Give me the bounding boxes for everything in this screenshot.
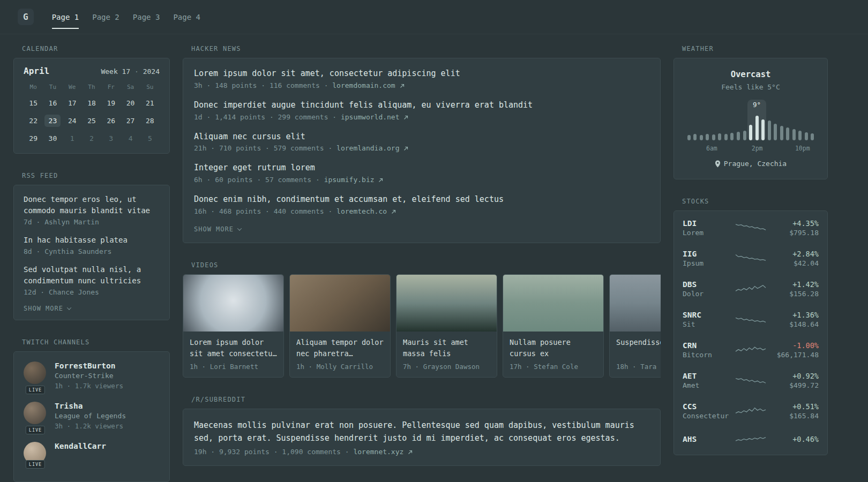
calendar-day: 1 — [63, 132, 82, 145]
rss-item: In hac habitasse platea8d · Cynthia Saun… — [24, 235, 160, 255]
hn-item-stats: 3h · 148 points · 116 comments · — [194, 81, 332, 89]
stock-price: $156.28 — [770, 290, 819, 298]
twitch-channel-category[interactable]: Counter-Strike — [55, 372, 123, 380]
weather-section-label: WEATHER — [682, 45, 828, 52]
video-title[interactable]: Nullam posuere cursus ex — [510, 337, 597, 359]
video-title[interactable]: Suspendisse sed diam — [616, 337, 661, 359]
stock-row[interactable]: LDILorem+4.35%$795.18 — [674, 213, 827, 243]
calendar-day: 24 — [63, 115, 82, 127]
weather-location-text: Prague, Czechia — [724, 160, 787, 168]
weather-bar — [712, 134, 715, 140]
video-thumbnail — [396, 275, 497, 332]
stock-name: Consectetur — [683, 412, 731, 420]
twitch-channel-meta: 3h · 1.2k viewers — [55, 422, 126, 430]
calendar-day-header: We — [63, 84, 82, 92]
rss-item-title[interactable]: Donec tempor eros leo, ut commodo mauris… — [24, 194, 160, 216]
hn-item-source-link[interactable]: ipsumify.biz — [324, 176, 384, 184]
tab-page-1[interactable]: Page 1 — [52, 0, 79, 34]
video-title[interactable]: Lorem ipsum dolor sit amet consectetu… — [190, 337, 277, 359]
twitch-channel-row[interactable]: LIVEKendallCarr — [24, 442, 160, 464]
app-logo[interactable]: G — [18, 9, 34, 25]
twitch-avatar-wrap: LIVE — [24, 402, 47, 430]
calendar-day: 21 — [140, 97, 160, 109]
twitch-channel-name[interactable]: Trisha — [55, 402, 126, 410]
rss-item: Sed volutpat nulla nisl, a condimentum n… — [24, 264, 160, 296]
calendar-day: 16 — [43, 97, 62, 109]
twitch-channel-name[interactable]: KendallCarr — [55, 442, 106, 450]
stock-row[interactable]: DBSDolor+1.42%$156.28 — [674, 274, 827, 304]
calendar-day-header: Fr — [101, 84, 121, 92]
hacker-news-show-more-button[interactable]: SHOW MORE — [194, 225, 241, 233]
rss-item-meta: 12d · Chance Jones — [24, 288, 160, 296]
stock-sparkline — [735, 221, 766, 235]
stock-name: Bitcorn — [683, 351, 731, 359]
sparkline-chart — [735, 251, 766, 265]
hn-item: Aliquam nec cursus elit21h · 710 points … — [194, 131, 649, 153]
hn-item-title[interactable]: Aliquam nec cursus elit — [194, 131, 649, 143]
calendar-day: 28 — [140, 115, 160, 127]
stock-row[interactable]: CRNBitcorn-1.00%$66,171.48 — [674, 335, 827, 365]
twitch-channel-row[interactable]: LIVEForrestBurtonCounter-Strike1h · 1.7k… — [24, 362, 160, 390]
video-thumbnail — [183, 275, 283, 332]
avatar — [24, 402, 46, 424]
video-card[interactable]: Nullam posuere cursus ex17h · Stefan Col… — [503, 274, 604, 378]
hn-item-title[interactable]: Integer eget rutrum lorem — [194, 162, 649, 174]
video-card[interactable]: Mauris sit amet massa felis7h · Grayson … — [396, 274, 497, 378]
hn-item-source-link[interactable]: loremlandia.org — [336, 144, 408, 152]
subreddit-post-title[interactable]: Maecenas mollis pulvinar erat non posuer… — [194, 419, 649, 445]
twitch-channel-row[interactable]: LIVETrishaLeague of Legends3h · 1.2k vie… — [24, 402, 160, 430]
tab-page-3[interactable]: Page 3 — [133, 0, 160, 34]
calendar-card: April Week 17 · 2024 MoTuWeThFrSaSu15161… — [13, 58, 170, 154]
stock-change: +0.51% — [770, 402, 819, 411]
hn-item-meta: 21h · 710 points · 579 comments · loreml… — [194, 144, 649, 152]
stock-row[interactable]: CCSConsectetur+0.51%$165.84 — [674, 396, 827, 426]
subreddit-source-link[interactable]: loremnet.xyz — [353, 448, 413, 456]
stock-row[interactable]: IIGIpsum+2.84%$42.04 — [674, 243, 827, 274]
video-card[interactable]: Lorem ipsum dolor sit amet consectetu…1h… — [183, 274, 284, 378]
hacker-news-show-more-label: SHOW MORE — [194, 225, 234, 233]
subreddit-section: /R/SUBREDDIT Maecenas mollis pulvinar er… — [183, 396, 661, 466]
twitch-channel-category[interactable]: League of Legends — [55, 412, 126, 420]
chevron-down-icon — [67, 305, 71, 310]
rss-item-title[interactable]: In hac habitasse platea — [24, 235, 160, 246]
stock-row[interactable]: AETAmet+0.92%$499.72 — [674, 365, 827, 396]
hn-item: Integer eget rutrum lorem6h · 60 points … — [194, 162, 649, 184]
tab-page-2[interactable]: Page 2 — [92, 0, 119, 34]
hacker-news-card: Lorem ipsum dolor sit amet, consectetur … — [183, 58, 661, 243]
video-title[interactable]: Aliquam tempor dolor nec pharetra… — [296, 337, 384, 359]
external-link-icon — [391, 209, 396, 214]
hn-item-source-link[interactable]: loremdomain.com — [332, 81, 404, 89]
calendar-day: 17 — [63, 97, 82, 109]
map-pin-icon — [715, 160, 721, 168]
weather-chart: 9° — [686, 100, 815, 140]
left-column: CALENDAR April Week 17 · 2024 MoTuWeThFr… — [13, 45, 170, 482]
stock-price: $42.04 — [770, 259, 819, 267]
live-badge: LIVE — [26, 426, 45, 434]
stock-name: Sit — [683, 320, 731, 328]
stock-row[interactable]: AHS+0.46% — [674, 426, 827, 453]
calendar-day: 5 — [140, 132, 160, 145]
rss-show-more-button[interactable]: SHOW MORE — [24, 305, 71, 312]
hn-item-title[interactable]: Donec enim nibh, condimentum et accumsan… — [194, 194, 649, 206]
twitch-channel-name[interactable]: ForrestBurton — [55, 362, 123, 370]
rss-item: Donec tempor eros leo, ut commodo mauris… — [24, 194, 160, 226]
hn-item-title[interactable]: Donec imperdiet augue tincidunt felis al… — [194, 100, 649, 111]
stock-price: $165.84 — [770, 412, 819, 420]
hn-item-source-link[interactable]: loremtech.co — [336, 207, 396, 215]
hn-item-source-link[interactable]: ipsumworld.net — [341, 113, 408, 121]
rss-item-title[interactable]: Sed volutpat nulla nisl, a condimentum n… — [24, 264, 160, 287]
subreddit-post-stats: 19h · 9,932 points · 1,090 comments · — [194, 448, 353, 456]
twitch-list: LIVEForrestBurtonCounter-Strike1h · 1.7k… — [24, 362, 160, 464]
chevron-down-icon — [237, 226, 242, 230]
video-card[interactable]: Aliquam tempor dolor nec pharetra…1h · M… — [289, 274, 391, 378]
calendar-section: CALENDAR April Week 17 · 2024 MoTuWeThFr… — [13, 45, 170, 154]
stock-symbol: IIG — [683, 250, 731, 258]
weather-time-axis: 6am2pm10pm — [686, 145, 815, 153]
video-title[interactable]: Mauris sit amet massa felis — [403, 337, 490, 359]
weather-current-temp: 9° — [753, 101, 761, 109]
stock-row[interactable]: SNRCSit+1.36%$148.64 — [674, 304, 827, 335]
tab-page-4[interactable]: Page 4 — [173, 0, 200, 34]
video-card[interactable]: Suspendisse sed diam18h · Tara — [609, 274, 661, 378]
hn-item-title[interactable]: Lorem ipsum dolor sit amet, consectetur … — [194, 68, 649, 80]
sparkline-chart — [735, 221, 766, 235]
